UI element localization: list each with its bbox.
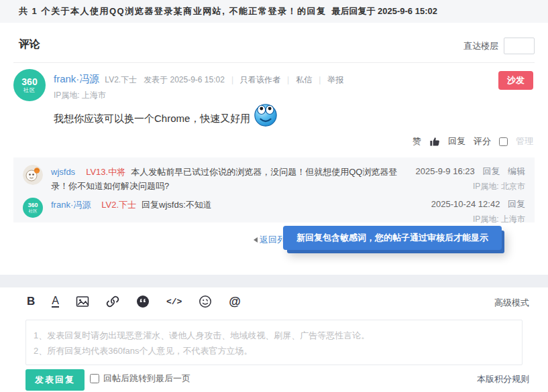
thread-summary-text: 共 1 个关于本人使用QQ浏览器登录某商业网站, 不能正常登录！的回复: [19, 5, 326, 17]
blue-smiley-emoji: [253, 102, 278, 127]
sub-reply-edit-link[interactable]: 编辑: [508, 166, 525, 176]
sub-reply-time: 2025-9-9 16:23: [416, 166, 475, 176]
ip-location: IP属地: 上海市: [413, 212, 525, 226]
sub-reply-reply-link[interactable]: 回复: [508, 199, 525, 209]
thumbs-up-icon[interactable]: [429, 136, 440, 147]
section-gap: [0, 275, 548, 287]
image-icon[interactable]: [76, 295, 89, 308]
post-time: 发表于 2025-9-6 15:02: [144, 74, 225, 86]
link-icon[interactable]: [106, 295, 119, 308]
commenter-avatar[interactable]: 360 社区: [13, 69, 46, 101]
manage-action[interactable]: 管理: [516, 135, 533, 147]
comments-section-title: 评论: [19, 38, 40, 52]
jump-last-page-option: 回帖后跳转到最后一页: [90, 373, 190, 385]
sub-reply-row: wjsfdsLV13.中将本人发帖前早已试过你说的浏览器，没问题！但就想使用QQ…: [23, 165, 525, 193]
sub-reply-level: LV13.中将: [86, 167, 125, 177]
jump-last-page-label: 回帖后跳转到最后一页: [103, 373, 190, 385]
sub-reply-time: 2025-10-24 12:42: [431, 199, 500, 209]
avatar-text-line1: 360: [28, 202, 38, 208]
divider: [13, 62, 535, 63]
reply-textarea[interactable]: 1、发表回复时请勿出现恶意灌水、谩他人身攻击、地域歧视、刷屏、广告等恶性言论。 …: [25, 320, 523, 365]
jump-to-floor-input[interactable]: [504, 38, 535, 54]
sub-replies-panel: wjsfdsLV13.中将本人发帖前早已试过你说的浏览器，没问题！但就想使用QQ…: [13, 157, 535, 222]
comment-actions: 赞 回复 评分 管理: [413, 135, 533, 147]
submit-reply-button[interactable]: 发表回复: [25, 369, 85, 391]
quote-icon[interactable]: [136, 295, 150, 308]
rule-line-2: 2、所有回复均代表360fans个人意见，不代表官方立场。: [34, 343, 514, 358]
comment-body: 我想你应该可以换一个Chrome，快速又好用: [54, 99, 278, 127]
last-reply-time: 最后回复于 2025-9-6 15:02: [331, 5, 437, 17]
code-icon[interactable]: </>: [166, 297, 182, 307]
thread-summary-bar: 共 1 个关于本人使用QQ浏览器登录某商业网站, 不能正常登录！的回复 最后回复…: [0, 0, 548, 23]
commenter-avatar[interactable]: 360 社区: [23, 198, 43, 218]
private-message-link[interactable]: 私信: [280, 74, 312, 86]
bold-icon[interactable]: B: [27, 295, 35, 308]
sensitive-word-toast: 新回复包含敏感词，您的帖子通过审核后才能显示: [283, 226, 502, 250]
sub-reply-username[interactable]: frank·冯源: [51, 200, 91, 210]
avatar-text-line2: 社区: [29, 209, 38, 214]
ip-location: IP属地: 北京市: [413, 180, 525, 193]
comment-username[interactable]: frank·冯源: [54, 73, 99, 86]
jump-to-floor: 直达楼层: [463, 38, 535, 54]
report-link[interactable]: 举报: [312, 74, 343, 86]
avatar-text-line1: 360: [21, 77, 37, 86]
avatar-text-line2: 社区: [23, 88, 36, 93]
forum-reply-page: 共 1 个关于本人使用QQ浏览器登录某商业网站, 不能正常登录！的回复 最后回复…: [0, 0, 548, 392]
jump-to-floor-label: 直达楼层: [463, 40, 498, 52]
jump-last-page-checkbox[interactable]: [90, 374, 99, 383]
at-mention-icon[interactable]: @: [229, 295, 241, 309]
comment-text: 我想你应该可以换一个Chrome，快速又好用: [54, 113, 250, 125]
rule-line-1: 1、发表回复时请勿出现恶意灌水、谩他人身攻击、地域歧视、刷屏、广告等恶性言论。: [34, 328, 514, 343]
comment-meta-row: frank·冯源 LV2.下士 发表于 2025-9-6 15:02 只看该作者…: [54, 73, 343, 86]
points-rules-link[interactable]: 本版积分规则: [477, 373, 529, 385]
left-triangle-icon: [254, 237, 258, 243]
sub-reply-username[interactable]: wjsfds: [51, 167, 75, 177]
sub-reply-text: 回复wjsfds:不知道: [142, 200, 212, 210]
floor-badge: 沙发: [498, 71, 533, 90]
underline-icon[interactable]: A: [52, 296, 59, 308]
sub-reply-reply-link[interactable]: 回复: [482, 166, 500, 176]
sub-reply-level: LV2.下士: [101, 200, 136, 210]
manage-checkbox[interactable]: [499, 137, 508, 146]
editor-toolbar: B A </> @: [27, 293, 241, 310]
user-avatar[interactable]: [23, 165, 43, 185]
like-action[interactable]: 赞: [413, 135, 421, 147]
smiley-icon[interactable]: [199, 295, 212, 308]
user-level-badge: LV2.下士: [105, 74, 137, 86]
advanced-mode-link[interactable]: 高级模式: [494, 297, 529, 309]
rate-action[interactable]: 评分: [474, 135, 491, 147]
reply-action[interactable]: 回复: [448, 135, 465, 147]
only-author-link[interactable]: 只看该作者: [225, 74, 280, 86]
sub-reply-row: 360 社区 frank·冯源LV2.下士回复wjsfds:不知道 2025-1…: [23, 198, 525, 226]
